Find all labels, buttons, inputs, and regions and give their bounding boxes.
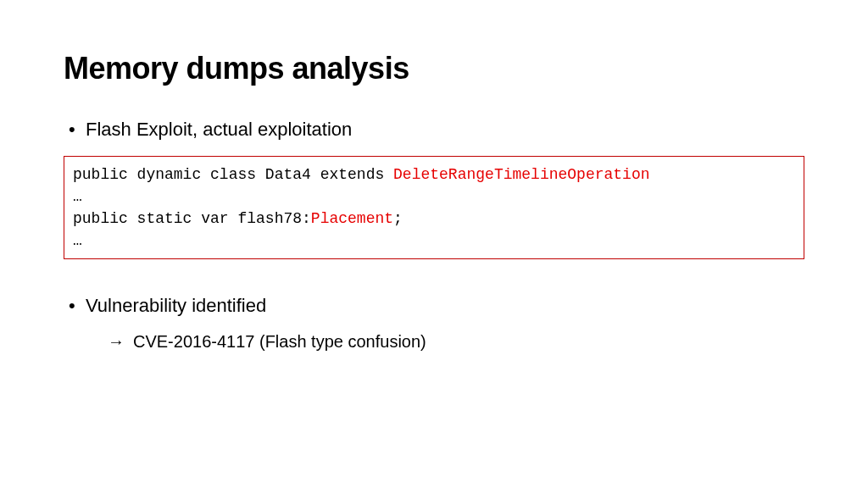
sub-bullet-text: CVE-2016-4117 (Flash type confusion)	[133, 332, 804, 352]
arrow-icon: →	[108, 332, 133, 352]
bullet-item: • Flash Exploit, actual exploitation	[64, 119, 804, 141]
code-text: public static var flash78:	[73, 210, 311, 227]
slide-title: Memory dumps analysis	[64, 51, 804, 86]
code-highlight: DeleteRangeTimelineOperation	[393, 166, 649, 183]
code-highlight: Placement	[311, 210, 393, 227]
code-text: …	[73, 188, 82, 205]
bullet-item: • Vulnerability identified	[64, 295, 804, 317]
bullet-dot-icon: •	[64, 295, 86, 317]
slide: Memory dumps analysis • Flash Exploit, a…	[0, 0, 868, 385]
code-text: public dynamic class Data4 extends	[73, 166, 393, 183]
bullet-dot-icon: •	[64, 119, 86, 141]
bullet-text: Vulnerability identified	[86, 295, 804, 317]
sub-bullet-item: → CVE-2016-4117 (Flash type confusion)	[64, 332, 804, 352]
bullet-text: Flash Exploit, actual exploitation	[86, 119, 804, 141]
code-text: …	[73, 232, 82, 249]
code-text: ;	[393, 210, 403, 227]
code-block: public dynamic class Data4 extends Delet…	[64, 156, 804, 259]
